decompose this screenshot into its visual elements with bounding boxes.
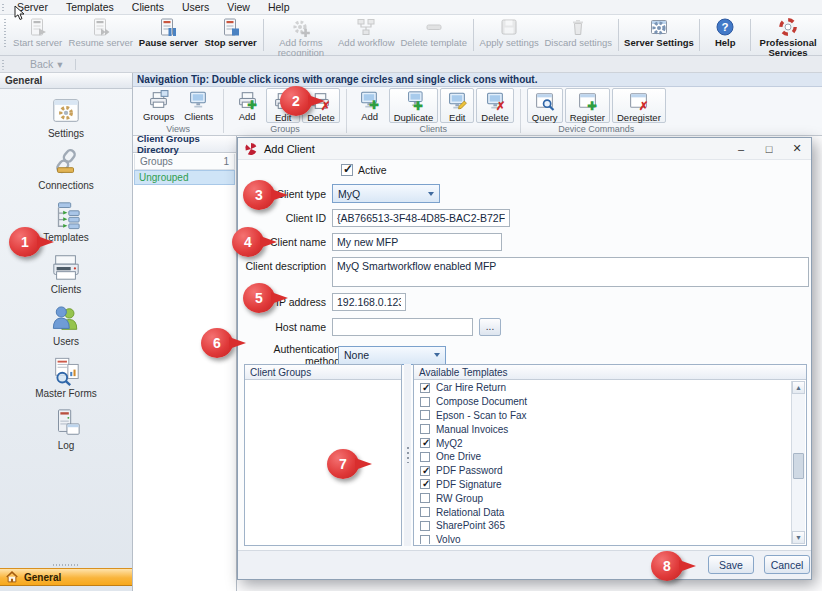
template-checkbox[interactable] xyxy=(420,452,430,462)
duplicate-client-button[interactable]: ✚Duplicate xyxy=(389,88,439,123)
sidebar-item-settings[interactable]: Settings xyxy=(48,96,84,139)
resume-server-icon xyxy=(91,17,111,37)
template-checkbox[interactable] xyxy=(420,507,430,517)
delete-group-button[interactable]: ✗Delete xyxy=(302,88,339,123)
save-button[interactable]: Save xyxy=(708,555,754,574)
client-id-field[interactable] xyxy=(332,209,510,227)
cancel-button[interactable]: Cancel xyxy=(764,555,810,574)
scroll-up-icon[interactable]: ▲ xyxy=(792,381,805,394)
sidebar-item-master-forms[interactable]: Master Forms xyxy=(35,356,97,399)
menu-view[interactable]: View xyxy=(218,0,259,14)
template-checkbox[interactable] xyxy=(420,521,430,531)
template-checkbox[interactable] xyxy=(420,397,430,407)
auth-method-select[interactable]: None xyxy=(338,346,446,365)
help-button[interactable]: ? Help xyxy=(703,15,747,55)
template-item[interactable]: PDF Password xyxy=(415,464,791,478)
template-checkbox[interactable] xyxy=(420,493,430,503)
ip-address-field[interactable] xyxy=(332,293,406,311)
template-checkbox[interactable] xyxy=(420,466,430,476)
template-item[interactable]: PDF Signature xyxy=(415,478,791,492)
add-client-button[interactable]: ✚Add xyxy=(353,88,387,123)
menu-templates[interactable]: Templates xyxy=(57,0,123,14)
template-item[interactable]: Volvo xyxy=(415,533,791,544)
add-group-button[interactable]: ✚Add xyxy=(230,88,264,123)
register-button[interactable]: ✚Register xyxy=(565,88,610,123)
maximize-button[interactable]: □ xyxy=(755,138,783,159)
scroll-down-icon[interactable]: ▼ xyxy=(792,531,805,544)
ribbon-group-views: GroupsClients Views xyxy=(136,87,220,135)
dialog-title-bar[interactable]: Add Client – □ ✕ xyxy=(238,138,811,160)
template-item[interactable]: Compose Document xyxy=(415,395,791,409)
svg-text:✚: ✚ xyxy=(369,99,379,110)
template-item[interactable]: Car Hire Return xyxy=(415,381,791,395)
template-checkbox[interactable] xyxy=(420,410,430,420)
template-checkbox[interactable] xyxy=(420,424,430,434)
toolbar-grip xyxy=(1,58,6,70)
group-item-ungrouped[interactable]: Ungrouped xyxy=(134,170,235,185)
dialog-title: Add Client xyxy=(264,143,315,155)
sidebar-footer-general[interactable]: General xyxy=(0,568,132,586)
professional-services-button[interactable]: Professional Services xyxy=(754,15,822,55)
add-forms-recognition-button[interactable]: ✚ Add forms recognition xyxy=(267,15,335,55)
scrollbar-thumb[interactable] xyxy=(793,453,804,479)
client-groups-directory: Client Groups Directory Groups 1 Ungroup… xyxy=(133,136,237,591)
template-item[interactable]: Epson - Scan to Fax xyxy=(415,409,791,423)
close-button[interactable]: ✕ xyxy=(783,138,811,159)
panel-splitter[interactable] xyxy=(404,364,411,546)
delete-client-icon: ✗ xyxy=(485,90,506,111)
template-checkbox[interactable] xyxy=(420,383,430,393)
sidebar-item-clients[interactable]: Clients xyxy=(51,252,82,295)
resume-server-button[interactable]: Resume server xyxy=(66,15,136,55)
client-description-field[interactable]: MyQ Smartworkflow enabled MFP xyxy=(332,257,809,287)
groups-list-header: Groups 1 xyxy=(134,154,235,170)
server-settings-button[interactable]: Server Settings xyxy=(622,15,697,55)
sidebar-item-log[interactable]: Log xyxy=(51,408,81,451)
template-checkbox[interactable] xyxy=(420,438,430,448)
template-item[interactable]: MyQ2 xyxy=(415,436,791,450)
deregister-button[interactable]: ✗Deregister xyxy=(612,88,666,123)
query-icon xyxy=(534,90,555,111)
template-item[interactable]: Relational Data xyxy=(415,505,791,519)
professional-services-icon xyxy=(778,17,798,37)
query-button[interactable]: Query xyxy=(527,88,563,123)
apply-settings-icon xyxy=(499,17,519,37)
pause-server-button[interactable]: Pause server xyxy=(136,15,201,55)
back-button[interactable]: Back ▾ xyxy=(22,58,71,70)
sidebar-item-connections[interactable]: Connections xyxy=(38,148,94,191)
template-item[interactable]: Manual Invoices xyxy=(415,422,791,436)
template-item[interactable]: RW Group xyxy=(415,491,791,505)
browse-button[interactable]: ... xyxy=(479,318,501,336)
minimize-button[interactable]: – xyxy=(727,138,755,159)
discard-settings-button[interactable]: Discard settings xyxy=(542,15,615,55)
templates-scrollbar[interactable]: ▲ ▼ xyxy=(791,381,805,544)
clients-view-button[interactable]: Clients xyxy=(180,88,217,123)
template-checkbox[interactable] xyxy=(420,479,430,489)
active-checkbox[interactable] xyxy=(341,164,353,176)
apply-settings-button[interactable]: Apply settings xyxy=(477,15,542,55)
divider xyxy=(520,89,521,133)
add-workflow-button[interactable]: Add workflow xyxy=(335,15,398,55)
menu-users[interactable]: Users xyxy=(173,0,218,14)
add-client-dialog: Add Client – □ ✕ Active Client type MyQ … xyxy=(237,137,812,580)
sidebar-item-templates[interactable]: Templates xyxy=(43,200,89,243)
edit-client-button[interactable]: Edit xyxy=(440,88,474,123)
app-window: ServerTemplatesClientsUsersViewHelp Star… xyxy=(0,0,822,591)
add-client-icon: ✚ xyxy=(359,89,380,110)
groups-view-button[interactable]: Groups xyxy=(139,88,178,123)
template-item[interactable]: One Drive xyxy=(415,450,791,464)
menu-clients[interactable]: Clients xyxy=(123,0,173,14)
template-item[interactable]: SharePoint 365 xyxy=(415,519,791,533)
client-type-select[interactable]: MyQ xyxy=(332,184,440,203)
chevron-down-icon xyxy=(434,353,440,357)
delete-client-button[interactable]: ✗Delete xyxy=(476,88,513,123)
delete-template-button[interactable]: Delete template xyxy=(398,15,470,55)
edit-group-button[interactable]: Edit xyxy=(266,88,300,123)
host-name-field[interactable] xyxy=(332,318,473,336)
template-checkbox[interactable] xyxy=(420,535,430,544)
sidebar-splitter[interactable] xyxy=(0,562,132,567)
menu-help[interactable]: Help xyxy=(259,0,299,14)
active-label: Active xyxy=(358,164,387,176)
stop-server-button[interactable]: Stop server xyxy=(201,15,260,55)
client-name-field[interactable] xyxy=(332,233,502,251)
sidebar-item-users[interactable]: Users xyxy=(51,304,81,347)
